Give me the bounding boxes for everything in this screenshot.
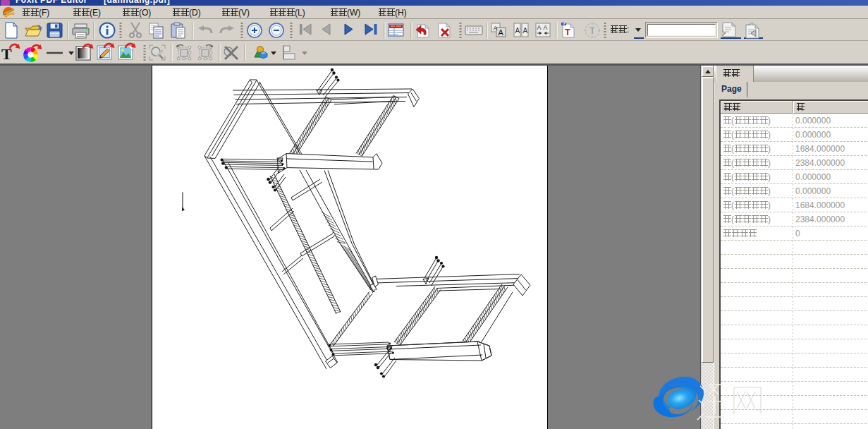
svg-text:A: A <box>515 27 520 35</box>
svg-text:A: A <box>494 25 498 32</box>
svg-text:T: T <box>589 25 595 36</box>
svg-text:A: A <box>537 24 542 31</box>
svg-text:T: T <box>565 27 570 37</box>
svg-text:A: A <box>523 27 528 35</box>
svg-text:A: A <box>544 24 548 31</box>
svg-text:A: A <box>499 28 504 37</box>
